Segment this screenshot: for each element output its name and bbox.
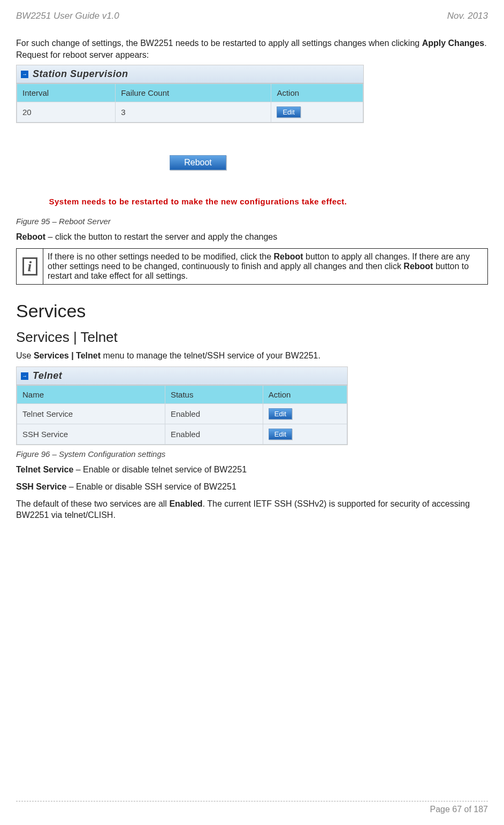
table-header-row: Interval Failure Count Action xyxy=(17,84,363,102)
col-interval: Interval xyxy=(17,84,116,102)
page-footer: Page 67 of 187 xyxy=(16,801,488,814)
table-row: SSH Service Enabled Edit xyxy=(17,424,347,445)
cell-name: SSH Service xyxy=(17,424,165,445)
col-failure-count: Failure Count xyxy=(116,84,271,102)
collapse-icon[interactable]: → xyxy=(21,71,28,78)
cell-failure-count: 3 xyxy=(116,102,271,123)
figure-95-caption: Figure 95 – Reboot Server xyxy=(16,217,488,226)
cell-status: Enabled xyxy=(165,404,263,424)
apply-changes-label: Apply Changes xyxy=(422,39,484,48)
info-icon: i xyxy=(22,257,37,276)
reboot-button[interactable]: Reboot xyxy=(170,155,226,170)
supervision-table: Interval Failure Count Action 20 3 Edit xyxy=(17,83,363,123)
doc-title: BW2251 User Guide v1.0 xyxy=(16,11,119,21)
reboot-description: Reboot – click the button to restart the… xyxy=(16,231,488,243)
cell-status: Enabled xyxy=(165,424,263,445)
ssh-service-line: SSH Service – Enable or disable SSH serv… xyxy=(16,481,488,493)
table-row: 20 3 Edit xyxy=(17,102,363,123)
page-number: Page 67 of 187 xyxy=(430,805,488,814)
station-supervision-panel: → Station Supervision Interval Failure C… xyxy=(16,65,364,123)
telnet-service-desc: – Enable or disable telnet service of BW… xyxy=(73,465,247,474)
panel-title: Station Supervision xyxy=(33,68,128,80)
cell-name: Telnet Service xyxy=(17,404,165,424)
col-name: Name xyxy=(17,386,165,404)
col-action: Action xyxy=(263,386,347,404)
telnet-panel: → Telnet Name Status Action Telnet Servi… xyxy=(16,366,348,445)
panel-header: → Telnet xyxy=(17,367,347,385)
telnet-intro-bold: Services | Telnet xyxy=(34,351,101,360)
telnet-table: Name Status Action Telnet Service Enable… xyxy=(17,385,347,445)
reboot-desc-text: – click the button to restart the server… xyxy=(45,232,277,241)
table-header-row: Name Status Action xyxy=(17,386,347,404)
telnet-heading: Services | Telnet xyxy=(16,329,488,346)
figure-96-caption: Figure 96 – System Configuration setting… xyxy=(16,449,488,459)
cell-interval: 20 xyxy=(17,102,116,123)
info-bold-2: Reboot xyxy=(403,262,433,271)
telnet-service-line: Telnet Service – Enable or disable telne… xyxy=(16,464,488,476)
services-heading: Services xyxy=(16,301,488,322)
collapse-icon[interactable]: → xyxy=(21,372,28,380)
table-row: Telnet Service Enabled Edit xyxy=(17,404,347,424)
telnet-intro-1: Use xyxy=(16,351,34,360)
footer-separator xyxy=(16,801,488,801)
ssh-service-desc: – Enable or disable SSH service of BW225… xyxy=(66,482,236,491)
panel-title: Telnet xyxy=(33,370,62,381)
panel-header: → Station Supervision xyxy=(17,65,363,83)
default-bold: Enabled xyxy=(169,499,202,508)
restart-message: System needs to be restarted to make the… xyxy=(16,197,380,206)
page-header: BW2251 User Guide v1.0 Nov. 2013 xyxy=(16,11,488,21)
col-action: Action xyxy=(271,84,363,102)
edit-button[interactable]: Edit xyxy=(269,429,292,440)
cell-action: Edit xyxy=(263,424,347,445)
info-icon-cell: i xyxy=(17,248,43,284)
cell-action: Edit xyxy=(271,102,363,123)
ssh-service-label: SSH Service xyxy=(16,482,66,491)
edit-button[interactable]: Edit xyxy=(277,106,300,118)
doc-date: Nov. 2013 xyxy=(447,11,488,21)
intro-text: For such change of settings, the BW2251 … xyxy=(16,39,422,48)
col-status: Status xyxy=(165,386,263,404)
cell-action: Edit xyxy=(263,404,347,424)
intro-paragraph: For such change of settings, the BW2251 … xyxy=(16,37,488,60)
reboot-label: Reboot xyxy=(16,232,45,241)
info-bold-1: Reboot xyxy=(273,252,303,261)
telnet-intro: Use Services | Telnet menu to manage the… xyxy=(16,350,488,362)
default-text-1: The default of these two services are al… xyxy=(16,499,169,508)
default-line: The default of these two services are al… xyxy=(16,498,488,521)
reboot-block: Reboot System needs to be restarted to m… xyxy=(16,155,380,206)
telnet-service-label: Telnet Service xyxy=(16,465,73,474)
info-text-1: If there is no other settings needed to … xyxy=(48,252,273,261)
telnet-intro-2: menu to manage the telnet/SSH service of… xyxy=(101,351,320,360)
info-callout: i If there is no other settings needed t… xyxy=(16,248,488,285)
edit-button[interactable]: Edit xyxy=(269,408,292,419)
info-text: If there is no other settings needed to … xyxy=(43,248,488,284)
